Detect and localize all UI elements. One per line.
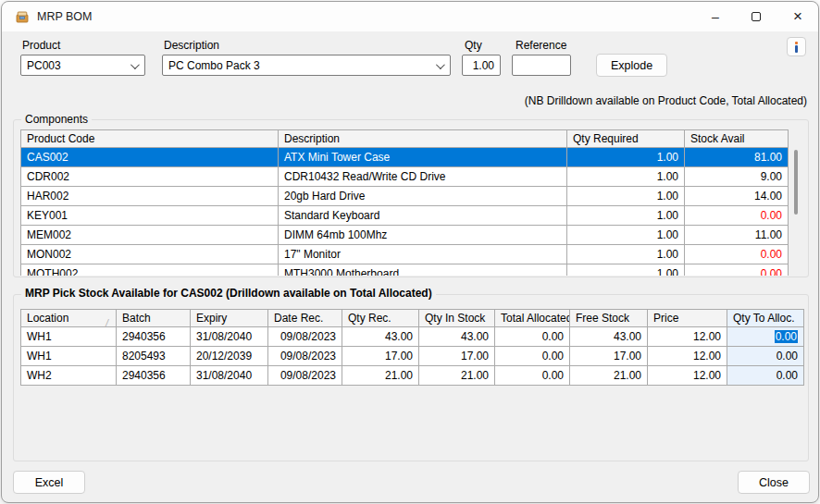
cell-qty-rec[interactable]: 21.00: [342, 366, 419, 386]
cell-description[interactable]: 17" Monitor: [279, 245, 567, 264]
cell-batch[interactable]: 2940356: [117, 366, 191, 386]
qty-input[interactable]: 1.00: [462, 55, 501, 76]
cell-qty-to-alloc-editing[interactable]: 0.00: [727, 327, 804, 347]
close-icon[interactable]: ×: [777, 2, 818, 31]
cell-qty-in-stock[interactable]: 17.00: [419, 347, 495, 366]
table-row[interactable]: MEM002 DIMM 64mb 100Mhz 1.00 11.00: [21, 226, 789, 245]
explode-button[interactable]: Explode: [596, 54, 667, 77]
cell-qty-required[interactable]: 1.00: [567, 206, 685, 226]
col-location[interactable]: Location/: [21, 310, 117, 327]
table-row[interactable]: KEY001 Standard Keyboard 1.00 0.00: [21, 206, 789, 226]
cell-product-code[interactable]: MEM002: [21, 226, 279, 245]
table-row[interactable]: MON002 17" Monitor 1.00 0.00: [21, 245, 789, 264]
cell-expiry[interactable]: 31/08/2040: [191, 327, 268, 347]
col-qty-rec[interactable]: Qty Rec.: [342, 310, 419, 327]
cell-product-code[interactable]: HAR002: [21, 187, 279, 206]
col-stock-avail[interactable]: Stock Avail: [685, 130, 789, 148]
cell-free-stock[interactable]: 21.00: [570, 366, 648, 386]
cell-description[interactable]: CDR10432 Read/Write CD Drive: [279, 167, 567, 187]
col-qty-to-alloc[interactable]: Qty To Alloc.: [727, 310, 804, 327]
col-expiry[interactable]: Expiry: [191, 310, 268, 327]
cell-total-allocated[interactable]: 0.00: [495, 327, 570, 347]
cell-qty-rec[interactable]: 43.00: [342, 327, 419, 347]
col-free-stock[interactable]: Free Stock: [570, 310, 648, 327]
mrp-bom-window: MRP BOM – × Product PC003 Description PC…: [1, 1, 819, 503]
cell-free-stock[interactable]: 43.00: [570, 327, 648, 347]
cell-batch[interactable]: 2940356: [117, 327, 191, 347]
col-qty-required[interactable]: Qty Required: [567, 130, 685, 148]
col-product-code[interactable]: Product Code: [21, 130, 279, 148]
cell-stock-avail[interactable]: 0.00: [685, 264, 789, 277]
cell-stock-avail[interactable]: 9.00: [685, 167, 789, 187]
reference-input[interactable]: [512, 55, 571, 76]
cell-qty-required[interactable]: 1.00: [567, 226, 685, 245]
cell-stock-avail[interactable]: 0.00: [685, 245, 789, 264]
table-row[interactable]: CAS002 ATX Mini Tower Case 1.00 81.00: [21, 148, 789, 167]
table-row[interactable]: CDR002 CDR10432 Read/Write CD Drive 1.00…: [21, 167, 789, 187]
cell-location[interactable]: WH1: [21, 327, 117, 347]
reference-label: Reference: [516, 39, 566, 52]
col-date-rec[interactable]: Date Rec.: [268, 310, 342, 327]
cell-description[interactable]: 20gb Hard Drive: [279, 187, 567, 206]
cell-product-code[interactable]: KEY001: [21, 206, 279, 226]
cell-qty-required[interactable]: 1.00: [567, 264, 685, 277]
cell-free-stock[interactable]: 17.00: [570, 347, 648, 366]
product-combobox[interactable]: PC003: [20, 55, 145, 76]
cell-total-allocated[interactable]: 0.00: [495, 347, 570, 366]
cell-qty-to-alloc[interactable]: 0.00: [727, 366, 804, 386]
cell-product-code[interactable]: MON002: [21, 245, 279, 264]
cell-description[interactable]: MTH3000 Motherboard: [279, 264, 567, 277]
table-row[interactable]: WH1 8205493 20/12/2039 09/08/2023 17.00 …: [21, 347, 804, 366]
cell-qty-required[interactable]: 1.00: [567, 148, 685, 167]
cell-expiry[interactable]: 20/12/2039: [191, 347, 268, 366]
description-label: Description: [164, 39, 219, 52]
cell-qty-in-stock[interactable]: 43.00: [419, 327, 495, 347]
col-description[interactable]: Description: [279, 130, 567, 148]
table-row[interactable]: HAR002 20gb Hard Drive 1.00 14.00: [21, 187, 789, 206]
components-header-row: Product Code Description Qty Required St…: [21, 130, 789, 148]
cell-location[interactable]: WH2: [21, 366, 117, 386]
table-row[interactable]: WH1 2940356 31/08/2040 09/08/2023 43.00 …: [21, 327, 804, 347]
cell-description[interactable]: DIMM 64mb 100Mhz: [279, 226, 567, 245]
cell-product-code[interactable]: CDR002: [21, 167, 279, 187]
cell-stock-avail[interactable]: 0.00: [685, 206, 789, 226]
components-scrollbar[interactable]: [794, 150, 798, 215]
excel-button[interactable]: Excel: [13, 471, 85, 494]
cell-total-allocated[interactable]: 0.00: [495, 366, 570, 386]
cell-date-rec[interactable]: 09/08/2023: [268, 327, 342, 347]
cell-product-code[interactable]: CAS002: [21, 148, 279, 167]
table-row[interactable]: WH2 2940356 31/08/2040 09/08/2023 21.00 …: [21, 366, 804, 386]
cell-stock-avail[interactable]: 14.00: [685, 187, 789, 206]
cell-description[interactable]: ATX Mini Tower Case: [279, 148, 567, 167]
product-label: Product: [22, 39, 60, 52]
minimize-icon[interactable]: –: [694, 2, 737, 31]
cell-date-rec[interactable]: 09/08/2023: [268, 366, 342, 386]
cell-qty-in-stock[interactable]: 21.00: [419, 366, 495, 386]
table-row[interactable]: MOTH002 MTH3000 Motherboard 1.00 0.00: [21, 264, 789, 277]
cell-stock-avail[interactable]: 81.00: [685, 148, 789, 167]
cell-price[interactable]: 12.00: [648, 366, 727, 386]
cell-batch[interactable]: 8205493: [117, 347, 191, 366]
components-group-label: Components: [21, 113, 92, 126]
cell-qty-required[interactable]: 1.00: [567, 245, 685, 264]
description-combobox[interactable]: PC Combo Pack 3: [162, 55, 451, 76]
cell-description[interactable]: Standard Keyboard: [279, 206, 567, 226]
cell-price[interactable]: 12.00: [648, 347, 727, 366]
close-button[interactable]: Close: [738, 471, 810, 494]
maximize-icon[interactable]: [735, 2, 777, 31]
cell-qty-required[interactable]: 1.00: [567, 187, 685, 206]
col-batch[interactable]: Batch: [117, 310, 191, 327]
info-button[interactable]: [787, 37, 806, 56]
cell-expiry[interactable]: 31/08/2040: [191, 366, 268, 386]
cell-stock-avail[interactable]: 11.00: [685, 226, 789, 245]
col-total-allocated[interactable]: Total Allocated: [495, 310, 570, 327]
col-price[interactable]: Price: [648, 310, 727, 327]
cell-qty-required[interactable]: 1.00: [567, 167, 685, 187]
cell-qty-to-alloc[interactable]: 0.00: [727, 347, 804, 366]
cell-product-code[interactable]: MOTH002: [21, 264, 279, 277]
cell-date-rec[interactable]: 09/08/2023: [268, 347, 342, 366]
cell-price[interactable]: 12.00: [648, 327, 727, 347]
cell-location[interactable]: WH1: [21, 347, 117, 366]
cell-qty-rec[interactable]: 17.00: [342, 347, 419, 366]
col-qty-in-stock[interactable]: Qty In Stock: [419, 310, 495, 327]
